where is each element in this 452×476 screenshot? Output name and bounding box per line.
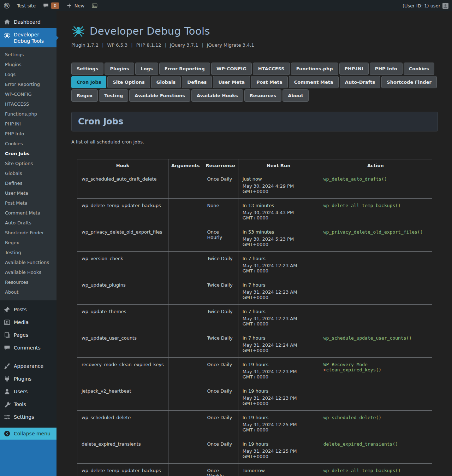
sidebar-item-comments[interactable]: Comments: [0, 341, 56, 354]
action-cell: [319, 384, 432, 411]
hook-cell: wp_scheduled_auto_draft_delete: [77, 172, 168, 199]
admin-bar-comments[interactable]: 0: [39, 0, 63, 11]
tab-globals[interactable]: Globals: [151, 76, 181, 88]
home-icon: [4, 18, 11, 25]
sidebar-sub-plugins[interactable]: Plugins: [0, 60, 56, 70]
user-label: (User ID: 1) user: [403, 3, 440, 8]
next-run-relative: Tomorrow: [243, 468, 315, 473]
comments-count-badge: 0: [51, 2, 59, 9]
next-run-cell: In 19 hoursMay 31, 2024 12:23 PM GMT+000…: [238, 384, 319, 411]
sidebar-sub-available-hooks[interactable]: Available Hooks: [0, 268, 56, 277]
sidebar-sub-testing[interactable]: Testing: [0, 248, 56, 258]
tab-wp-config[interactable]: WP-CONFIG: [211, 63, 252, 75]
next-run-relative: In 19 hours: [243, 441, 315, 447]
arguments-cell: [168, 199, 203, 225]
sidebar-sub-htaccess[interactable]: HTACCESS: [0, 99, 56, 109]
sidebar-item-media[interactable]: Media: [0, 316, 56, 329]
tab-cron-jobs[interactable]: Cron Jobs: [71, 76, 106, 88]
tab-functions-php[interactable]: Functions.php: [291, 63, 338, 75]
hook-cell: wp_version_check: [77, 252, 168, 278]
sidebar-item-plugins[interactable]: Plugins: [0, 372, 56, 385]
sidebar-sub-logs[interactable]: Logs: [0, 70, 56, 80]
next-run-cell: In 7 hoursMay 31, 2024 12:24 AM GMT+0000: [238, 331, 319, 358]
wp-logo-button[interactable]: [0, 0, 13, 11]
table-row: wp_update_themesTwice DailyIn 7 hoursMay…: [77, 305, 432, 331]
next-run-cell: In 7 hoursMay 31, 2024 12:23 AM GMT+0000: [238, 278, 319, 305]
sidebar-item-dashboard[interactable]: Dashboard: [0, 16, 56, 28]
tab-defines[interactable]: Defines: [182, 76, 212, 88]
sidebar-item-pages[interactable]: Pages: [0, 329, 56, 341]
collapse-menu-button[interactable]: Collapse menu: [0, 428, 56, 440]
tab-error-reporting[interactable]: Error Reporting: [159, 63, 210, 75]
sidebar-sub-cookies[interactable]: Cookies: [0, 139, 56, 149]
tab-testing[interactable]: Testing: [99, 89, 128, 102]
sidebar-sub-settings[interactable]: Settings: [0, 50, 56, 60]
sidebar-sub-error-reporting[interactable]: Error Reporting: [0, 80, 56, 89]
tab-php-ini[interactable]: PHP.INI: [339, 63, 369, 75]
tab-resources[interactable]: Resources: [244, 89, 281, 102]
tab-auto-drafts[interactable]: Auto-Drafts: [340, 76, 380, 88]
tab-available-functions[interactable]: Available Functions: [129, 89, 190, 102]
sidebar-sub-cron-jobs[interactable]: Cron Jobs: [0, 149, 56, 159]
sidebar-sub-defines[interactable]: Defines: [0, 178, 56, 188]
sidebar-item-posts[interactable]: Posts: [0, 303, 56, 316]
screenshot-button[interactable]: [88, 0, 101, 11]
sidebar-sub-post-meta[interactable]: Post Meta: [0, 198, 56, 208]
bubble-icon: [4, 344, 11, 351]
menu-item-label: Settings: [14, 414, 34, 420]
my-account[interactable]: (User ID: 1) user: [399, 0, 452, 11]
sidebar-sub-resources[interactable]: Resources: [0, 277, 56, 287]
arguments-cell: [168, 358, 203, 384]
sidebar-sub-php-info[interactable]: PHP Info: [0, 129, 56, 139]
site-name-link[interactable]: Test site: [13, 0, 39, 11]
sidebar-sub-user-meta[interactable]: User Meta: [0, 188, 56, 198]
collapse-icon: [4, 430, 11, 437]
sidebar-item-tools[interactable]: Tools: [0, 398, 56, 411]
tab-bar: SettingsPluginsLogsError ReportingWP-CON…: [71, 63, 438, 102]
page-header: Developer Debug Tools: [71, 24, 438, 38]
hook-cell: delete_expired_transients: [77, 437, 168, 464]
sidebar-item-settings[interactable]: Settings: [0, 411, 56, 423]
sidebar-item-developer-debug-tools[interactable]: Developer Debug Tools: [0, 28, 56, 47]
sidebar-sub-regex[interactable]: Regex: [0, 238, 56, 248]
tab-available-hooks[interactable]: Available Hooks: [191, 89, 243, 102]
tab-settings[interactable]: Settings: [71, 63, 103, 75]
sidebar-sub-about[interactable]: About: [0, 287, 56, 297]
tab-plugins[interactable]: Plugins: [105, 63, 134, 75]
arguments-cell: [168, 172, 203, 199]
arguments-cell: [168, 411, 203, 437]
sidebar-sub-comment-meta[interactable]: Comment Meta: [0, 208, 56, 218]
tab-regex[interactable]: Regex: [71, 89, 98, 102]
next-run-relative: In 13 minutes: [243, 203, 315, 208]
tab-comment-meta[interactable]: Comment Meta: [289, 76, 339, 88]
code-paren: (): [395, 468, 401, 473]
sidebar-sub-php-ini[interactable]: PHP.INI: [0, 119, 56, 129]
tab-shortcode-finder[interactable]: Shortcode Finder: [381, 76, 437, 88]
sidebar-sub-shortcode-finder[interactable]: Shortcode Finder: [0, 228, 56, 238]
sidebar-sub-auto-drafts[interactable]: Auto-Drafts: [0, 218, 56, 228]
tab-logs[interactable]: Logs: [135, 63, 158, 75]
tab-post-meta[interactable]: Post Meta: [251, 76, 288, 88]
sidebar-sub-wp-config[interactable]: WP-CONFIG: [0, 89, 56, 99]
new-content-button[interactable]: New: [63, 0, 88, 11]
sidebar-sub-available-functions[interactable]: Available Functions: [0, 258, 56, 268]
brush-icon: [4, 363, 11, 370]
tab-about[interactable]: About: [282, 89, 309, 102]
code-name: wp_scheduled_delete: [323, 415, 376, 420]
sidebar-sub-site-options[interactable]: Site Options: [0, 159, 56, 169]
sidebar-item-appearance[interactable]: Appearance: [0, 360, 56, 372]
sidebar-sub-globals[interactable]: Globals: [0, 169, 56, 178]
tab-htaccess[interactable]: HTACCESS: [253, 63, 290, 75]
tab-site-options[interactable]: Site Options: [107, 76, 150, 88]
next-run-cell: TomorrowJune 1, 2024 9:34 AM GMT+0000: [238, 464, 319, 476]
code-name: wp_privacy_delete_old_export_files: [323, 229, 417, 235]
sidebar-sub-functions-php[interactable]: Functions.php: [0, 109, 56, 119]
plug-icon: [4, 375, 11, 382]
arguments-cell: [168, 278, 203, 305]
tab-php-info[interactable]: PHP Info: [370, 63, 403, 75]
tab-user-meta[interactable]: User Meta: [213, 76, 250, 88]
arguments-cell: [168, 252, 203, 278]
menu-item-label: Appearance: [14, 363, 43, 369]
sidebar-item-users[interactable]: Users: [0, 385, 56, 398]
tab-cookies[interactable]: Cookies: [404, 63, 434, 75]
